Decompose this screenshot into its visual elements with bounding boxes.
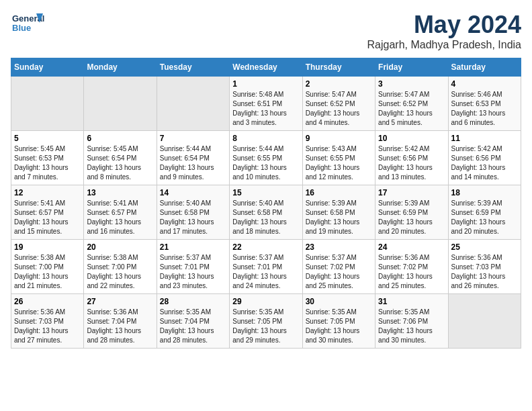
day-number: 16 — [306, 188, 372, 197]
calendar-cell: 31Sunrise: 5:35 AMSunset: 7:06 PMDayligh… — [375, 294, 448, 349]
day-info: Sunrise: 5:38 AMSunset: 7:00 PMDaylight:… — [87, 253, 153, 291]
day-info: Sunrise: 5:41 AMSunset: 6:57 PMDaylight:… — [87, 199, 153, 236]
day-info: Sunrise: 5:44 AMSunset: 6:54 PMDaylight:… — [160, 144, 226, 182]
calendar-week-row: 19Sunrise: 5:38 AMSunset: 7:00 PMDayligh… — [11, 240, 521, 294]
day-info: Sunrise: 5:42 AMSunset: 6:56 PMDaylight:… — [451, 144, 518, 182]
calendar-cell: 27Sunrise: 5:36 AMSunset: 7:04 PMDayligh… — [84, 294, 157, 349]
day-info: Sunrise: 5:44 AMSunset: 6:55 PMDaylight:… — [232, 144, 299, 182]
day-number: 31 — [378, 297, 445, 306]
calendar-cell: 26Sunrise: 5:36 AMSunset: 7:03 PMDayligh… — [11, 294, 84, 349]
calendar-cell: 10Sunrise: 5:42 AMSunset: 6:56 PMDayligh… — [375, 131, 448, 185]
month-title: May 2024 — [367, 11, 521, 39]
day-info: Sunrise: 5:45 AMSunset: 6:54 PMDaylight:… — [87, 144, 153, 182]
day-info: Sunrise: 5:42 AMSunset: 6:56 PMDaylight:… — [378, 144, 445, 182]
logo: General Blue — [11, 11, 44, 40]
calendar-week-row: 5Sunrise: 5:45 AMSunset: 6:53 PMDaylight… — [11, 131, 521, 185]
calendar-cell: 23Sunrise: 5:37 AMSunset: 7:02 PMDayligh… — [302, 240, 375, 294]
day-info: Sunrise: 5:35 AMSunset: 7:04 PMDaylight:… — [160, 308, 226, 345]
calendar-cell: 21Sunrise: 5:37 AMSunset: 7:01 PMDayligh… — [157, 240, 229, 294]
day-number: 19 — [14, 242, 81, 252]
calendar-table: SundayMondayTuesdayWednesdayThursdayFrid… — [11, 58, 521, 349]
day-number: 18 — [451, 188, 518, 197]
calendar-week-row: 12Sunrise: 5:41 AMSunset: 6:57 PMDayligh… — [11, 185, 521, 240]
day-info: Sunrise: 5:37 AMSunset: 7:01 PMDaylight:… — [160, 253, 226, 291]
day-info: Sunrise: 5:48 AMSunset: 6:51 PMDaylight:… — [232, 90, 299, 128]
day-info: Sunrise: 5:39 AMSunset: 6:58 PMDaylight:… — [306, 199, 372, 236]
day-number: 4 — [451, 79, 518, 89]
day-number: 30 — [306, 297, 372, 306]
logo-svg: General Blue — [11, 11, 44, 40]
day-info: Sunrise: 5:45 AMSunset: 6:53 PMDaylight:… — [14, 144, 81, 182]
day-info: Sunrise: 5:35 AMSunset: 7:06 PMDaylight:… — [378, 308, 445, 345]
day-info: Sunrise: 5:36 AMSunset: 7:02 PMDaylight:… — [378, 253, 445, 291]
weekday-header: Wednesday — [230, 58, 302, 77]
day-number: 28 — [160, 297, 226, 306]
day-number: 21 — [160, 242, 226, 252]
calendar-cell: 2Sunrise: 5:47 AMSunset: 6:52 PMDaylight… — [302, 77, 375, 131]
day-number: 2 — [306, 79, 372, 89]
weekday-header: Monday — [84, 58, 157, 77]
calendar-cell: 15Sunrise: 5:40 AMSunset: 6:58 PMDayligh… — [230, 185, 302, 240]
day-info: Sunrise: 5:39 AMSunset: 6:59 PMDaylight:… — [451, 199, 518, 236]
day-info: Sunrise: 5:40 AMSunset: 6:58 PMDaylight:… — [232, 199, 299, 236]
calendar-cell: 18Sunrise: 5:39 AMSunset: 6:59 PMDayligh… — [448, 185, 521, 240]
calendar-cell: 19Sunrise: 5:38 AMSunset: 7:00 PMDayligh… — [11, 240, 84, 294]
calendar-cell: 14Sunrise: 5:40 AMSunset: 6:58 PMDayligh… — [157, 185, 229, 240]
calendar-cell: 16Sunrise: 5:39 AMSunset: 6:58 PMDayligh… — [302, 185, 375, 240]
day-number: 1 — [232, 79, 299, 89]
day-number: 20 — [87, 242, 153, 252]
calendar-cell: 1Sunrise: 5:48 AMSunset: 6:51 PMDaylight… — [230, 77, 302, 131]
day-number: 15 — [232, 188, 299, 197]
day-info: Sunrise: 5:47 AMSunset: 6:52 PMDaylight:… — [306, 90, 372, 128]
day-info: Sunrise: 5:35 AMSunset: 7:05 PMDaylight:… — [306, 308, 372, 345]
calendar-cell: 22Sunrise: 5:37 AMSunset: 7:01 PMDayligh… — [230, 240, 302, 294]
calendar-cell: 6Sunrise: 5:45 AMSunset: 6:54 PMDaylight… — [84, 131, 157, 185]
weekday-header: Friday — [375, 58, 448, 77]
day-number: 25 — [451, 242, 518, 252]
day-info: Sunrise: 5:40 AMSunset: 6:58 PMDaylight:… — [160, 199, 226, 236]
calendar-week-row: 1Sunrise: 5:48 AMSunset: 6:51 PMDaylight… — [11, 77, 521, 131]
day-info: Sunrise: 5:36 AMSunset: 7:03 PMDaylight:… — [14, 308, 81, 345]
weekday-header: Tuesday — [157, 58, 229, 77]
calendar-cell: 30Sunrise: 5:35 AMSunset: 7:05 PMDayligh… — [302, 294, 375, 349]
calendar-cell: 29Sunrise: 5:35 AMSunset: 7:05 PMDayligh… — [230, 294, 302, 349]
day-info: Sunrise: 5:38 AMSunset: 7:00 PMDaylight:… — [14, 253, 81, 291]
calendar-cell: 4Sunrise: 5:46 AMSunset: 6:53 PMDaylight… — [448, 77, 521, 131]
weekday-header: Sunday — [11, 58, 84, 77]
day-number: 3 — [378, 79, 445, 89]
calendar-cell: 20Sunrise: 5:38 AMSunset: 7:00 PMDayligh… — [84, 240, 157, 294]
weekday-header-row: SundayMondayTuesdayWednesdayThursdayFrid… — [11, 58, 521, 77]
day-number: 5 — [14, 134, 81, 143]
weekday-header: Saturday — [448, 58, 521, 77]
calendar-cell: 13Sunrise: 5:41 AMSunset: 6:57 PMDayligh… — [84, 185, 157, 240]
day-number: 29 — [232, 297, 299, 306]
day-number: 26 — [14, 297, 81, 306]
header: General Blue May 2024 Rajgarh, Madhya Pr… — [11, 11, 521, 51]
calendar-cell — [84, 77, 157, 131]
day-info: Sunrise: 5:37 AMSunset: 7:02 PMDaylight:… — [306, 253, 372, 291]
calendar-cell: 11Sunrise: 5:42 AMSunset: 6:56 PMDayligh… — [448, 131, 521, 185]
day-number: 10 — [378, 134, 445, 143]
day-info: Sunrise: 5:41 AMSunset: 6:57 PMDaylight:… — [14, 199, 81, 236]
day-number: 11 — [451, 134, 518, 143]
calendar-cell: 5Sunrise: 5:45 AMSunset: 6:53 PMDaylight… — [11, 131, 84, 185]
day-info: Sunrise: 5:39 AMSunset: 6:59 PMDaylight:… — [378, 199, 445, 236]
calendar-cell — [11, 77, 84, 131]
calendar-cell: 9Sunrise: 5:43 AMSunset: 6:55 PMDaylight… — [302, 131, 375, 185]
day-info: Sunrise: 5:46 AMSunset: 6:53 PMDaylight:… — [451, 90, 518, 128]
day-number: 22 — [232, 242, 299, 252]
calendar-cell: 28Sunrise: 5:35 AMSunset: 7:04 PMDayligh… — [157, 294, 229, 349]
calendar-cell — [448, 294, 521, 349]
day-number: 27 — [87, 297, 153, 306]
calendar-cell: 8Sunrise: 5:44 AMSunset: 6:55 PMDaylight… — [230, 131, 302, 185]
svg-text:Blue: Blue — [12, 23, 31, 33]
title-area: May 2024 Rajgarh, Madhya Pradesh, India — [367, 11, 521, 51]
day-info: Sunrise: 5:37 AMSunset: 7:01 PMDaylight:… — [232, 253, 299, 291]
day-number: 17 — [378, 188, 445, 197]
day-number: 13 — [87, 188, 153, 197]
day-number: 24 — [378, 242, 445, 252]
weekday-header: Thursday — [302, 58, 375, 77]
location-title: Rajgarh, Madhya Pradesh, India — [367, 39, 521, 51]
day-info: Sunrise: 5:36 AMSunset: 7:04 PMDaylight:… — [87, 308, 153, 345]
day-number: 9 — [306, 134, 372, 143]
